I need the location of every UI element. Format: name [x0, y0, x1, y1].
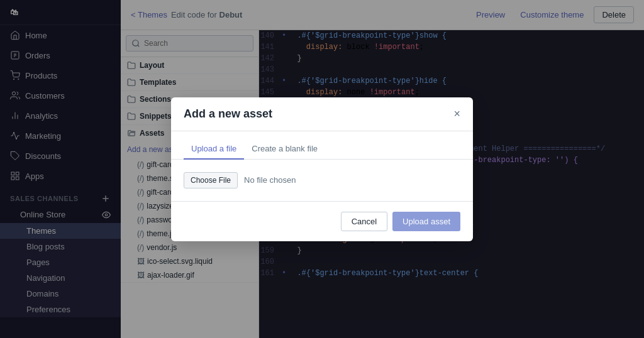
modal-close-button[interactable]: ×	[453, 108, 460, 119]
modal-overlay: Add a new asset × Upload a file Create a…	[0, 0, 644, 338]
choose-file-button[interactable]: Choose File	[184, 172, 238, 188]
modal-header: Add a new asset ×	[171, 97, 473, 131]
modal-title: Add a new asset	[184, 107, 272, 121]
modal-body: Choose File No file chosen	[171, 160, 473, 201]
cancel-button[interactable]: Cancel	[341, 212, 387, 231]
modal-tabs: Upload a file Create a blank file	[171, 131, 473, 160]
tab-blank-file[interactable]: Create a blank file	[244, 139, 325, 160]
add-asset-modal: Add a new asset × Upload a file Create a…	[171, 97, 473, 241]
no-file-text: No file chosen	[244, 175, 296, 185]
file-input-row: Choose File No file chosen	[184, 172, 460, 188]
tab-upload-file[interactable]: Upload a file	[184, 139, 244, 160]
modal-footer: Cancel Upload asset	[171, 201, 473, 241]
upload-asset-button[interactable]: Upload asset	[392, 212, 460, 231]
